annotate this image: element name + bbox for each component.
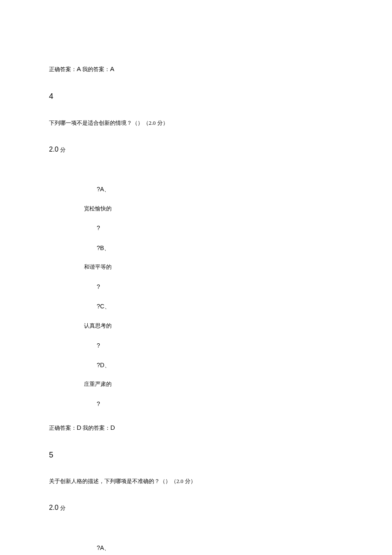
option-a-text: 宽松愉快的: [84, 204, 343, 213]
options-block-q4: ?A、 宽松愉快的 ? ?B、 和谐平等的 ? ?C、 认真思考的 ? ?D、 …: [49, 184, 343, 408]
correct-answer-value: D: [77, 424, 81, 431]
option-a-label-q5: ?A、: [84, 543, 343, 552]
answer-line-q3: 正确答案：A 我的答案：A: [49, 64, 343, 74]
options-block-q5: ?A、 创造性天才大都是情商很高的人: [49, 543, 343, 555]
score-suffix: 分: [58, 147, 65, 153]
option-d-text: 庄重严肃的: [84, 380, 343, 389]
question-score-5: 2.0 分: [49, 502, 343, 513]
option-b-label: ?B、: [84, 243, 343, 253]
score-suffix: 分: [58, 505, 65, 511]
my-answer-value: D: [110, 424, 115, 431]
option-b-qmark: ?: [84, 282, 343, 291]
my-answer-label: 我的答案：: [81, 66, 110, 72]
correct-answer-label: 正确答案：: [49, 66, 77, 72]
question-text-4: 下列哪一项不是适合创新的情境？（）（2.0 分）: [49, 119, 343, 128]
my-answer-value: A: [110, 65, 114, 72]
option-b-text: 和谐平等的: [84, 263, 343, 272]
question-number-4: 4: [49, 90, 343, 103]
option-d-label: ?D、: [84, 360, 343, 370]
score-value: 2.0: [49, 146, 58, 153]
answer-line-q4: 正确答案：D 我的答案：D: [49, 423, 343, 433]
correct-answer-label: 正确答案：: [49, 425, 77, 431]
option-a-label-text: ?A、: [97, 186, 110, 193]
correct-answer-value: A: [77, 65, 81, 72]
option-c-label: ?C、: [84, 302, 343, 311]
question-score-4: 2.0 分: [49, 144, 343, 155]
option-c-text: 认真思考的: [84, 322, 343, 331]
option-a-label: ?A、: [84, 184, 343, 194]
score-value: 2.0: [49, 504, 58, 511]
my-answer-label: 我的答案：: [81, 425, 110, 431]
question-number-5: 5: [49, 449, 343, 461]
option-a-qmark: ?: [84, 223, 343, 233]
question-text-5: 关于创新人格的描述，下列哪项是不准确的？（）（2.0 分）: [49, 477, 343, 486]
option-d-qmark: ?: [84, 399, 343, 408]
option-c-qmark: ?: [84, 341, 343, 350]
